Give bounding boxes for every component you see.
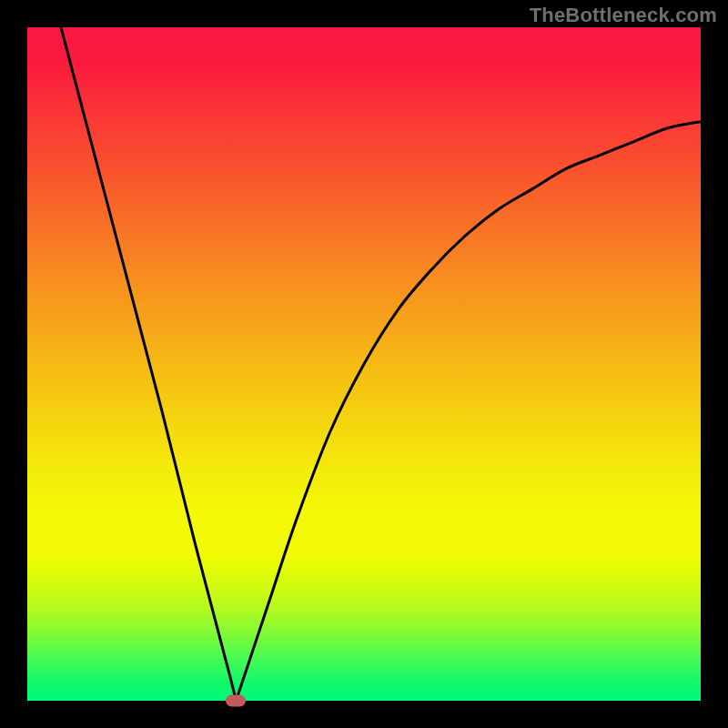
bottleneck-curve bbox=[27, 27, 701, 701]
curve-left-branch bbox=[61, 27, 236, 701]
plot-area bbox=[27, 27, 701, 701]
chart-frame: TheBottleneck.com bbox=[0, 0, 728, 728]
curve-right-branch bbox=[236, 122, 701, 701]
minimum-marker bbox=[226, 695, 246, 707]
watermark-text: TheBottleneck.com bbox=[530, 4, 717, 27]
